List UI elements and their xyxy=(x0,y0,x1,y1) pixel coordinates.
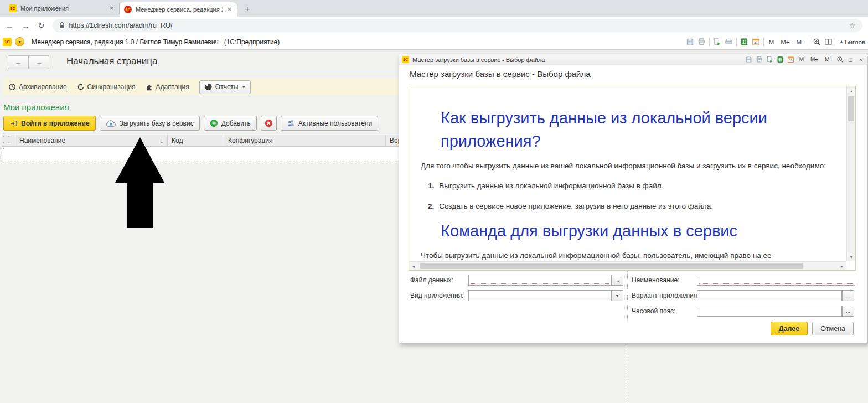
app-title-bar: 1С ▼ Менеджер сервиса, редакция 1.0 / Би… xyxy=(0,34,868,50)
horizontal-scrollbar[interactable]: ◄ ► xyxy=(409,261,846,270)
separator xyxy=(736,38,737,46)
1c-logo: 1С xyxy=(402,56,409,63)
bookmark-star-icon[interactable]: ☆ xyxy=(849,21,856,30)
delete-button[interactable] xyxy=(261,116,277,131)
tab-service-manager[interactable]: 1С Менеджер сервиса, редакция 1 × xyxy=(120,2,237,17)
send-file-icon[interactable] xyxy=(725,38,733,46)
column-header-code[interactable]: Код xyxy=(168,135,224,146)
dialog-title-bar[interactable]: 1С Мастер загрузки базы в сервис - Выбор… xyxy=(399,54,867,65)
main-menu-button[interactable]: ▼ xyxy=(15,37,24,46)
archive-link[interactable]: Архивирование xyxy=(19,83,67,91)
sync-link[interactable]: Синхронизация xyxy=(87,83,136,91)
browser-back-icon[interactable]: ← xyxy=(6,21,14,30)
svg-text:31: 31 xyxy=(754,40,758,44)
scroll-left-icon[interactable]: ◄ xyxy=(409,262,418,271)
x-circle-icon xyxy=(265,119,273,127)
browser-reload-icon[interactable]: ↻ xyxy=(38,20,45,30)
adaptation-link-item[interactable]: Адаптация xyxy=(146,83,189,91)
upload-wizard-dialog: 1С Мастер загрузки базы в сервис - Выбор… xyxy=(399,54,867,343)
url-omnibox[interactable]: https://1cfresh.com/a/adm/ru_RU/ ☆ xyxy=(53,19,862,32)
data-file-browse-button[interactable]: ... xyxy=(611,275,623,286)
print-icon[interactable] xyxy=(698,38,706,46)
save-icon[interactable] xyxy=(745,56,752,63)
export-file-icon[interactable] xyxy=(766,56,773,63)
upload-database-button[interactable]: Загрузить базу в сервис xyxy=(100,116,200,131)
calendar-icon[interactable]: 31 xyxy=(752,38,760,46)
button-label: Добавить xyxy=(221,120,251,127)
name-field[interactable] xyxy=(697,275,855,286)
zoom-icon[interactable] xyxy=(836,56,844,63)
maximize-icon[interactable]: □ xyxy=(847,56,854,63)
scroll-down-icon[interactable]: ▼ xyxy=(847,252,856,261)
url-text: https://1cfresh.com/a/adm/ru_RU/ xyxy=(69,22,845,29)
cancel-button[interactable]: Отмена xyxy=(812,322,854,335)
browser-forward-icon[interactable]: → xyxy=(22,21,30,30)
new-tab-button[interactable]: + xyxy=(240,1,255,16)
column-header-marker[interactable]: . . . . . xyxy=(2,135,16,146)
app-title: Менеджер сервиса, редакция 1.0 / Биглов … xyxy=(32,38,280,46)
current-user-button[interactable]: Биглов xyxy=(840,38,865,45)
step-text: Создать в сервисе новое приложение, загр… xyxy=(439,202,713,210)
sync-link-item[interactable]: Синхронизация xyxy=(77,83,136,91)
close-tab-icon[interactable]: × xyxy=(226,6,232,13)
data-file-field[interactable] xyxy=(468,275,611,286)
vertical-scroll-thumb[interactable] xyxy=(848,96,854,121)
timezone-input[interactable] xyxy=(698,306,841,316)
memory-minus-button[interactable]: M- xyxy=(823,56,833,63)
1c-logo: 1С xyxy=(3,38,12,46)
scroll-right-icon[interactable]: ► xyxy=(838,262,846,271)
help-scroll-area[interactable]: Как выгрузить данные из локальной версии… xyxy=(409,86,846,261)
browser-address-bar: ← → ↻ https://1cfresh.com/a/adm/ru_RU/ ☆ xyxy=(0,17,868,34)
svg-text:31: 31 xyxy=(789,59,792,62)
separator xyxy=(28,38,28,46)
reports-dropdown-button[interactable]: Отчеты ▼ xyxy=(199,80,251,94)
person-icon xyxy=(840,38,843,45)
timezone-field[interactable] xyxy=(697,306,842,317)
scroll-up-icon[interactable]: ▲ xyxy=(847,86,856,95)
chevron-down-icon: ▼ xyxy=(241,85,246,90)
adaptation-link[interactable]: Адаптация xyxy=(156,83,189,91)
next-button[interactable]: Далее xyxy=(771,322,808,335)
calculator-icon[interactable] xyxy=(740,38,748,46)
app-kind-dropdown-button[interactable]: ▼ xyxy=(611,290,623,301)
calculator-icon[interactable] xyxy=(777,56,784,63)
memory-plus-button[interactable]: M+ xyxy=(809,56,820,63)
add-button[interactable]: Добавить xyxy=(204,116,257,131)
data-file-label: Файл данных: xyxy=(410,276,453,284)
calendar-icon[interactable]: 31 xyxy=(787,56,794,63)
export-file-icon[interactable] xyxy=(713,38,721,46)
memory-button[interactable]: M xyxy=(767,39,776,45)
enter-application-button[interactable]: Войти в приложение xyxy=(3,116,96,131)
timezone-browse-button[interactable]: ... xyxy=(842,306,854,317)
app-kind-input[interactable] xyxy=(469,291,611,301)
memory-button[interactable]: M xyxy=(798,56,805,63)
horizontal-scroll-thumb[interactable] xyxy=(420,263,803,269)
zoom-icon[interactable] xyxy=(813,38,821,46)
step-text: Выгрузить данные из локальной информацио… xyxy=(439,182,663,190)
print-icon[interactable] xyxy=(756,56,763,63)
tab-my-apps[interactable]: 1С Мои приложения × xyxy=(4,3,120,14)
save-icon[interactable] xyxy=(686,38,694,46)
vertical-scrollbar[interactable]: ▲ ▼ xyxy=(846,86,855,261)
tab-title: Мои приложения xyxy=(20,5,105,12)
login-arrow-icon xyxy=(9,120,18,127)
app-kind-field[interactable] xyxy=(468,290,611,301)
1c-favicon: 1С xyxy=(124,6,132,13)
nav-back-button[interactable]: ← xyxy=(8,55,29,69)
app-variant-field[interactable] xyxy=(697,290,842,301)
nav-forward-button[interactable]: → xyxy=(29,55,49,69)
help-heading-2: Команда для выгрузки данных в сервис xyxy=(441,219,737,242)
close-tab-icon[interactable]: × xyxy=(108,4,115,12)
memory-minus-button[interactable]: M- xyxy=(795,39,805,45)
app-variant-browse-button[interactable]: ... xyxy=(842,290,854,301)
active-users-button[interactable]: Активные пользователи xyxy=(281,116,378,131)
column-header-configuration[interactable]: Конфигурация xyxy=(224,135,386,146)
app-variant-input[interactable] xyxy=(698,291,841,301)
archive-link-item[interactable]: Архивирование xyxy=(8,83,67,91)
tab-title: Менеджер сервиса, редакция 1 xyxy=(136,6,223,13)
split-window-icon[interactable] xyxy=(824,38,833,46)
required-marker xyxy=(471,283,609,284)
help-step-1: 1. Выгрузить данные из локальной информа… xyxy=(428,182,663,190)
close-icon[interactable]: × xyxy=(857,56,864,63)
memory-plus-button[interactable]: M+ xyxy=(779,39,791,45)
